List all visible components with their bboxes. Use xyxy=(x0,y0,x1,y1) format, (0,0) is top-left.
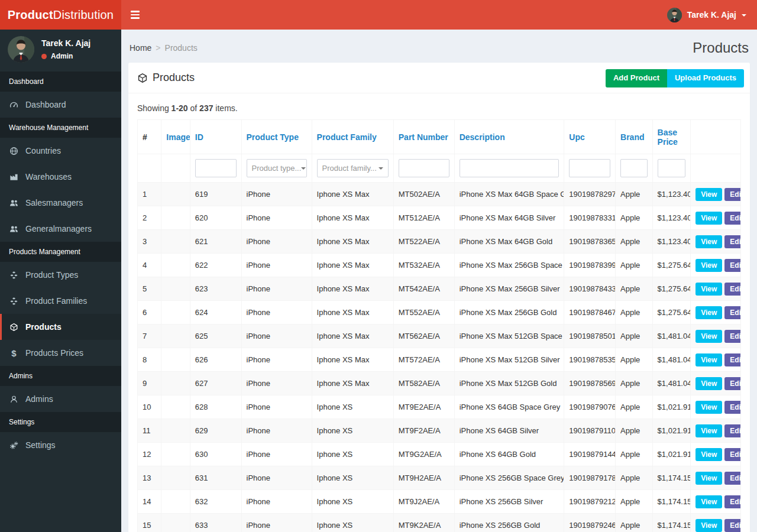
view-button[interactable]: View xyxy=(695,283,722,296)
edit-button[interactable]: Edit xyxy=(724,330,740,343)
column-header-brand[interactable]: Brand xyxy=(616,120,653,154)
column-header-id[interactable]: ID xyxy=(190,120,241,154)
view-button[interactable]: View xyxy=(695,235,722,248)
sidebar-section-admins: Admins xyxy=(0,366,121,386)
sidebar-item-product-families[interactable]: Product Families xyxy=(0,288,121,314)
sidebar-item-settings[interactable]: Settings xyxy=(0,432,121,458)
column-header-upc[interactable]: Upc xyxy=(564,120,616,154)
breadcrumb-home-link[interactable]: Home xyxy=(130,43,151,53)
view-button[interactable]: View xyxy=(695,353,722,366)
sidebar-item-admins[interactable]: Admins xyxy=(0,386,121,412)
column-header-base-price[interactable]: Base Price xyxy=(652,120,691,154)
summary-range: 1-20 xyxy=(172,103,188,113)
part-number-cell: MT572AE/A xyxy=(393,348,454,372)
edit-button[interactable]: Edit xyxy=(724,212,740,225)
view-button[interactable]: View xyxy=(695,259,722,272)
product-family-cell: Iphone XS Max xyxy=(312,183,393,206)
edit-button[interactable]: Edit xyxy=(724,377,740,390)
brand-filter-input[interactable] xyxy=(620,159,648,177)
user-menu[interactable]: Tarek K. Ajaj xyxy=(656,0,757,30)
base-price-cell: $1,481.04 xyxy=(652,325,691,348)
sidebar-item-label: Warehouses xyxy=(25,172,72,181)
base-price-cell: $1,123.40 xyxy=(652,230,691,254)
product-type-cell: iPhone xyxy=(241,301,312,325)
factory-icon xyxy=(9,173,19,181)
caret-down-icon xyxy=(378,167,383,170)
view-button[interactable]: View xyxy=(695,330,722,343)
edit-button[interactable]: Edit xyxy=(724,448,740,461)
brand-cell: Apple xyxy=(616,254,653,277)
part-number-cell: MT522AE/A xyxy=(393,230,454,254)
view-button[interactable]: View xyxy=(695,306,722,319)
brand-cell: Apple xyxy=(616,277,653,301)
app-logo-bold: Product xyxy=(8,8,53,22)
product-type-cell: iPhone xyxy=(241,206,312,230)
app-logo[interactable]: ProductDistribution xyxy=(0,0,121,30)
view-button[interactable]: View xyxy=(695,377,722,390)
edit-button[interactable]: Edit xyxy=(724,495,740,508)
sidebar-item-product-types[interactable]: Product Types xyxy=(0,262,121,288)
edit-button[interactable]: Edit xyxy=(724,283,740,296)
upc-cell: 190198785695 xyxy=(564,372,616,395)
column-header-image[interactable]: Image xyxy=(161,120,190,154)
view-button[interactable]: View xyxy=(695,188,722,201)
part-number-cell: MT9E2AE/A xyxy=(393,395,454,419)
image-cell xyxy=(161,348,190,372)
base-price-filter-input[interactable] xyxy=(658,159,686,177)
product-type-cell: iPhone xyxy=(241,443,312,466)
edit-button[interactable]: Edit xyxy=(724,306,740,319)
sidebar-item-countries[interactable]: Countries xyxy=(0,138,121,164)
brand-cell: Apple xyxy=(616,325,653,348)
product-type-cell: iPhone xyxy=(241,466,312,490)
product-family-filter[interactable]: Product family... xyxy=(317,159,389,177)
sidebar-item-products[interactable]: Products xyxy=(0,314,121,340)
edit-button[interactable]: Edit xyxy=(724,188,740,201)
gears-icon xyxy=(9,441,19,450)
brand-cell: Apple xyxy=(616,183,653,206)
sidebar-toggle-button[interactable] xyxy=(121,0,148,30)
sidebar-item-label: Products xyxy=(25,322,62,332)
part-number-filter-input[interactable] xyxy=(399,159,449,177)
image-cell xyxy=(161,301,190,325)
brand-cell: Apple xyxy=(616,514,653,532)
view-button[interactable]: View xyxy=(695,495,722,508)
upc-cell: 190198784674 xyxy=(564,301,616,325)
view-button[interactable]: View xyxy=(695,212,722,225)
view-button[interactable]: View xyxy=(695,424,722,437)
edit-button[interactable]: Edit xyxy=(724,472,740,485)
brand-cell: Apple xyxy=(616,419,653,443)
view-button[interactable]: View xyxy=(695,401,722,414)
view-button[interactable]: View xyxy=(695,472,722,485)
sidebar-item-dashboard[interactable]: Dashboard xyxy=(0,92,121,118)
user-menu-name: Tarek K. Ajaj xyxy=(687,10,736,20)
view-button[interactable]: View xyxy=(695,448,722,461)
table-row: 14632iPhoneIphone XSMT9J2AE/AiPhone XS 2… xyxy=(138,490,741,514)
edit-button[interactable]: Edit xyxy=(724,424,740,437)
column-header-description[interactable]: Description xyxy=(454,120,564,154)
view-button[interactable]: View xyxy=(695,519,722,532)
product-family-cell: Iphone XS Max xyxy=(312,254,393,277)
cubes-icon xyxy=(9,297,19,306)
edit-button[interactable]: Edit xyxy=(724,235,740,248)
id-filter-input[interactable] xyxy=(195,159,237,177)
edit-button[interactable]: Edit xyxy=(724,519,740,532)
image-cell xyxy=(161,443,190,466)
sidebar-item-salesmanagers[interactable]: Salesmanagers xyxy=(0,190,121,216)
caret-down-icon xyxy=(301,167,306,170)
sidebar-item-warehouses[interactable]: Warehouses xyxy=(0,164,121,190)
product-type-filter[interactable]: Product type... xyxy=(247,159,307,177)
column-header-part-number[interactable]: Part Number xyxy=(393,120,454,154)
edit-button[interactable]: Edit xyxy=(724,259,740,272)
add-product-button[interactable]: Add Product xyxy=(606,69,667,87)
column-header-product-type[interactable]: Product Type xyxy=(241,120,312,154)
upc-filter-input[interactable] xyxy=(569,159,610,177)
sidebar-item-generalmanagers[interactable]: Generalmanagers xyxy=(0,216,121,242)
edit-button[interactable]: Edit xyxy=(724,353,740,366)
upload-products-button[interactable]: Upload Products xyxy=(667,69,744,87)
column-header-product-family[interactable]: Product Family xyxy=(312,120,393,154)
edit-button[interactable]: Edit xyxy=(724,401,740,414)
brand-cell: Apple xyxy=(616,395,653,419)
description-cell: iPhone XS Max 512GB Gold xyxy=(454,372,564,395)
description-filter-input[interactable] xyxy=(460,159,559,177)
sidebar-item-products-prices[interactable]: $Products Prices xyxy=(0,340,121,366)
